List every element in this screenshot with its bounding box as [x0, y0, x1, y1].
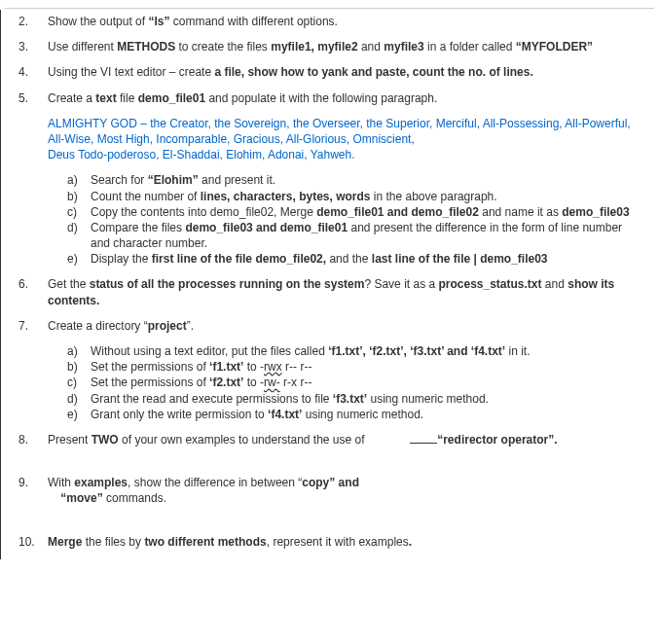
question-5: 5. Create a text file demo_file01 and po… — [18, 90, 635, 106]
subitem-5b: b) Count the number of lines, characters… — [67, 189, 635, 204]
quote-paragraph: ALMIGHTY GOD – the Creator, the Sovereig… — [48, 116, 635, 163]
sub-label: e) — [67, 407, 91, 422]
item-text: Merge the files by two different methods… — [48, 534, 412, 550]
sub-text: Grant only the write permission to ‘f4.t… — [91, 407, 423, 422]
item-number: 7. — [18, 318, 48, 334]
subitem-5d: d) Compare the files demo_file03 and dem… — [67, 220, 635, 251]
subitem-7b: b) Set the permissions of ‘f1.txt’ to -r… — [67, 359, 635, 375]
sub-text: Count the number of lines, characters, b… — [91, 189, 497, 204]
item-number: 4. — [18, 64, 48, 80]
sub-label: e) — [67, 251, 91, 267]
sub-label: b) — [67, 189, 91, 204]
subitem-7a: a) Without using a text editor, put the … — [67, 343, 635, 359]
item-text: Create a directory “project”. — [48, 318, 194, 334]
sub-label: c) — [67, 204, 91, 220]
sub-text: Display the first line of the file demo_… — [91, 251, 548, 267]
subitem-5c: c) Copy the contents into demo_file02, M… — [67, 204, 635, 220]
subitem-5e: e) Display the first line of the file de… — [67, 251, 635, 267]
item-text: Present TWO of your own examples to unde… — [48, 432, 558, 447]
subitem-7c: c) Set the permissions of ‘f2.txt’ to -r… — [67, 375, 635, 390]
sub-label: a) — [67, 172, 91, 188]
item-number: 5. — [18, 90, 48, 106]
item-number: 8. — [18, 432, 48, 447]
question-4: 4. Using the VI text editor – create a f… — [18, 64, 635, 80]
item-number: 10. — [18, 534, 48, 550]
sub-label: d) — [67, 391, 91, 407]
subitem-7d: d) Grant the read and execute permission… — [67, 391, 635, 407]
item-text: Show the output of “ls” command with dif… — [48, 14, 338, 29]
subitem-7e: e) Grant only the write permission to ‘f… — [67, 407, 635, 422]
question-3: 3. Use different METHODS to create the f… — [18, 39, 635, 54]
item-number: 2. — [18, 14, 48, 29]
item-number: 3. — [18, 39, 48, 54]
question-9: 9. With examples, show the difference in… — [18, 475, 635, 506]
sub-text: Copy the contents into demo_file02, Merg… — [91, 204, 630, 220]
question-7-sublist: a) Without using a text editor, put the … — [67, 343, 635, 422]
question-5-sublist: a) Search for “Elohim” and present it. b… — [67, 172, 635, 267]
document-content: 2. Show the output of “ls” command with … — [0, 10, 659, 559]
item-text: Use different METHODS to create the file… — [48, 39, 593, 54]
sub-text: Grant the read and execute permissions t… — [91, 391, 489, 407]
sub-label: d) — [67, 220, 91, 251]
question-7: 7. Create a directory “project”. — [18, 318, 635, 334]
question-6: 6. Get the status of all the processes r… — [18, 276, 635, 307]
sub-text: Set the permissions of ‘f2.txt’ to -rw- … — [91, 375, 311, 390]
question-10: 10. Merge the files by two different met… — [18, 534, 635, 550]
item-text: Create a text file demo_file01 and popul… — [48, 90, 437, 106]
sub-text: Search for “Elohim” and present it. — [91, 172, 275, 188]
item-text: Get the status of all the processes runn… — [48, 276, 635, 307]
sub-label: c) — [67, 375, 91, 390]
item-text: Using the VI text editor – create a file… — [48, 64, 533, 80]
subitem-5a: a) Search for “Elohim” and present it. — [67, 172, 635, 188]
item-number: 6. — [18, 276, 48, 307]
item-text: With examples, show the difference in be… — [48, 475, 359, 506]
question-2: 2. Show the output of “ls” command with … — [18, 14, 635, 29]
sub-text: Without using a text editor, put the fil… — [91, 343, 531, 359]
question-8: 8. Present TWO of your own examples to u… — [18, 432, 635, 447]
sub-label: a) — [67, 343, 91, 359]
item-number: 9. — [18, 475, 48, 506]
sub-label: b) — [67, 359, 91, 375]
sub-text: Set the permissions of ‘f1.txt’ to -rwx … — [91, 359, 311, 375]
sub-text: Compare the files demo_file03 and demo_f… — [91, 220, 635, 251]
